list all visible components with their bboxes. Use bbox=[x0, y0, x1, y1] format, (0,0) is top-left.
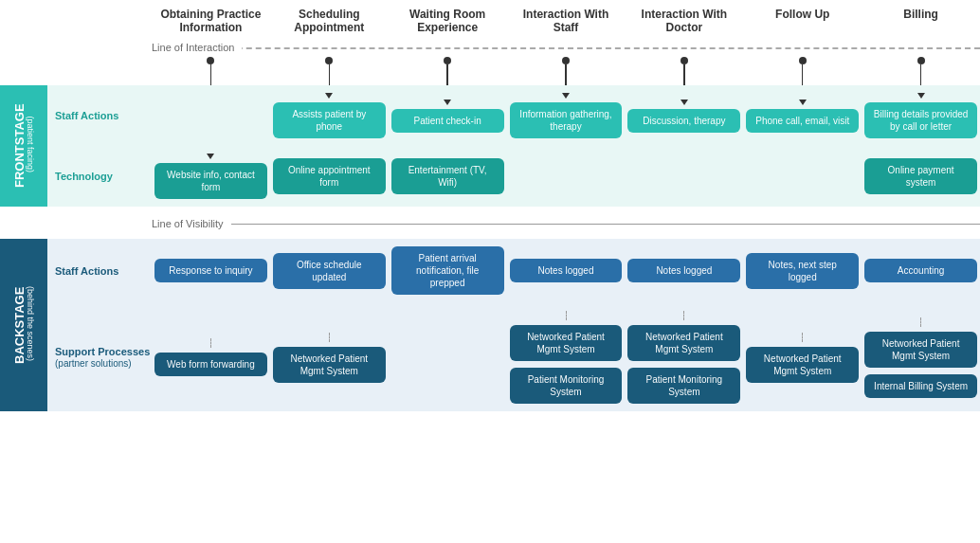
backstage-band: BACKSTAGE (behind the scenes) Staff Acti… bbox=[0, 239, 980, 411]
arrow-head-4 bbox=[681, 100, 688, 105]
dashed-0 bbox=[210, 338, 211, 348]
arrow-head-5 bbox=[799, 100, 807, 105]
frontstage-tech-cell-1: Online appointment form bbox=[270, 154, 389, 199]
frontstage-staff-cell-3: Information gathering, therapy bbox=[507, 93, 626, 138]
card-bs-support-6-0: Networked Patient Mgmt System bbox=[864, 332, 977, 368]
frontstage-staff-cell-5: Phone call, email, visit bbox=[743, 93, 862, 138]
card-bs-staff-1: Office schedule updated bbox=[273, 253, 386, 289]
dashed-5 bbox=[802, 333, 803, 342]
dashed-1 bbox=[329, 333, 330, 342]
bs-support-cell-4: Networked Patient Mgmt System Patient Mo… bbox=[625, 310, 743, 404]
dashed-3 bbox=[566, 311, 567, 320]
card-bs-staff-5: Notes, next step logged bbox=[746, 253, 859, 289]
frontstage-content: Staff Actions Assists patient by phone P… bbox=[47, 85, 980, 207]
card-bs-staff-6: Accounting bbox=[864, 259, 977, 282]
frontstage-tech-label: Technology bbox=[47, 171, 152, 182]
backstage-support-label: Support Processes (partner solutions) bbox=[47, 346, 152, 369]
card-fs-staff-3: Information gathering, therapy bbox=[510, 102, 623, 138]
frontstage-tech-cell-0: Website info, contact form bbox=[152, 154, 270, 199]
header-col-5: Follow Up bbox=[743, 8, 862, 34]
backstage-staff-label: Staff Actions bbox=[47, 265, 152, 277]
frontstage-staff-actions-row: Staff Actions Assists patient by phone P… bbox=[47, 85, 980, 146]
card-fs-staff-1: Assists patient by phone bbox=[273, 102, 386, 138]
bs-support-cell-5: Networked Patient Mgmt System bbox=[743, 310, 862, 404]
bs-staff-cell-3: Notes logged bbox=[507, 246, 626, 295]
arrow-line-4 bbox=[683, 64, 685, 85]
arrow-line-1 bbox=[329, 64, 331, 85]
arrow-head-2 bbox=[444, 100, 451, 105]
service-blueprint: Obtaining Practice Information Schedulin… bbox=[0, 0, 980, 411]
bs-support-cell-6: Networked Patient Mgmt System Internal B… bbox=[862, 310, 980, 404]
bs-staff-cell-5: Notes, next step logged bbox=[743, 246, 862, 295]
card-bs-support-3-1: Patient Monitoring System bbox=[510, 368, 623, 404]
frontstage-staff-label: Staff Actions bbox=[47, 110, 152, 121]
backstage-support-row: Support Processes (partner solutions) We… bbox=[47, 302, 980, 411]
solid-visibility-line bbox=[152, 224, 980, 225]
frontstage-tech-cell-2: Entertainment (TV, Wifi) bbox=[389, 154, 507, 199]
arrow-5 bbox=[743, 57, 862, 85]
dashed-4 bbox=[683, 311, 684, 320]
frontstage-staff-cell-1: Assists patient by phone bbox=[270, 93, 389, 138]
arrow-line-3 bbox=[565, 64, 567, 85]
card-fs-staff-4: Discussion, therapy bbox=[627, 109, 740, 133]
arrow-head-1 bbox=[325, 93, 333, 99]
frontstage-band: FRONTSTAGE (patient facing) Staff Action… bbox=[0, 85, 980, 207]
frontstage-tech-cell-5 bbox=[743, 154, 862, 199]
backstage-label: BACKSTAGE (behind the scenes) bbox=[0, 239, 47, 411]
bs-support-cell-2 bbox=[389, 310, 507, 404]
frontstage-tech-cell-6: Online payment system bbox=[862, 154, 980, 199]
line-of-interaction-label: Line of Interaction bbox=[152, 42, 242, 53]
arrow-4 bbox=[625, 57, 743, 85]
card-fs-tech-6: Online payment system bbox=[864, 158, 977, 194]
dot-1 bbox=[325, 57, 333, 64]
line-of-interaction-row: Line of Interaction bbox=[9, 38, 980, 57]
dashed-6 bbox=[920, 317, 921, 327]
header-row: Obtaining Practice Information Schedulin… bbox=[152, 0, 980, 38]
dot-0 bbox=[207, 57, 214, 64]
arrow-head-3 bbox=[562, 93, 570, 99]
card-bs-support-4-1: Patient Monitoring System bbox=[627, 368, 740, 404]
frontstage-tech-cell-3 bbox=[507, 154, 626, 199]
arrow-3 bbox=[507, 57, 626, 85]
card-bs-support-5-0: Networked Patient Mgmt System bbox=[746, 347, 859, 383]
card-fs-staff-5: Phone call, email, visit bbox=[746, 109, 859, 133]
bs-support-cell-0: Web form forwarding bbox=[152, 310, 270, 404]
arrow-0 bbox=[152, 57, 270, 85]
line-of-visibility-row: Line of Visibility bbox=[0, 212, 980, 235]
arrow-2 bbox=[389, 57, 507, 85]
backstage-staff-cells: Response to inquiry Office schedule upda… bbox=[152, 246, 980, 295]
backstage-support-cells: Web form forwarding Networked Patient Mg… bbox=[152, 310, 980, 404]
frontstage-staff-cell-4: Discussion, therapy bbox=[625, 93, 743, 138]
arrow-line-6 bbox=[920, 64, 922, 85]
dot-2 bbox=[444, 57, 451, 64]
bs-staff-cell-4: Notes logged bbox=[625, 246, 743, 295]
frontstage-staff-cell-2: Patient check-in bbox=[389, 93, 507, 138]
frontstage-technology-row: Technology Website info, contact form On… bbox=[47, 146, 980, 207]
arrow-head-6 bbox=[917, 93, 925, 99]
frontstage-staff-cells: Assists patient by phone Patient check-i… bbox=[152, 93, 980, 138]
card-bs-staff-0: Response to inquiry bbox=[154, 259, 267, 282]
bs-staff-cell-6: Accounting bbox=[862, 246, 980, 295]
bs-staff-cell-0: Response to inquiry bbox=[152, 246, 270, 295]
dot-3 bbox=[562, 57, 570, 64]
arrow-line-0 bbox=[210, 64, 212, 85]
dot-6 bbox=[917, 57, 925, 64]
card-fs-tech-2: Entertainment (TV, Wifi) bbox=[391, 158, 504, 194]
card-bs-support-1-0: Networked Patient Mgmt System bbox=[273, 347, 386, 383]
frontstage-staff-cell-0 bbox=[152, 93, 270, 138]
card-bs-support-6-1: Internal Billing System bbox=[864, 374, 977, 398]
frontstage-tech-cell-4 bbox=[625, 154, 743, 199]
backstage-staff-actions-row: Staff Actions Response to inquiry Office… bbox=[47, 239, 980, 302]
header-col-4: Interaction With Doctor bbox=[625, 8, 743, 34]
arrow-1 bbox=[270, 57, 389, 85]
card-bs-staff-4: Notes logged bbox=[627, 259, 740, 282]
card-fs-staff-6: Billing details provided by call or lett… bbox=[864, 102, 977, 138]
card-bs-support-3-0: Networked Patient Mgmt System bbox=[510, 325, 623, 361]
card-bs-staff-3: Notes logged bbox=[510, 259, 623, 282]
card-bs-support-4-0: Networked Patient Mgmt System bbox=[627, 325, 740, 361]
line-of-visibility-label: Line of Visibility bbox=[152, 218, 231, 229]
header-col-6: Billing bbox=[862, 8, 980, 34]
header-col-1: Scheduling Appointment bbox=[270, 8, 389, 34]
card-fs-staff-2: Patient check-in bbox=[391, 109, 504, 133]
bs-staff-cell-1: Office schedule updated bbox=[270, 246, 389, 295]
